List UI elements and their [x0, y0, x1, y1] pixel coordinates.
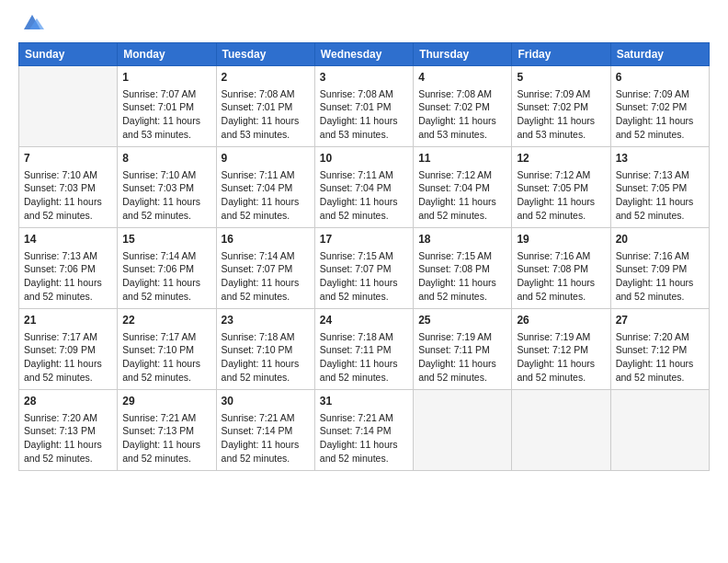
- header-cell-tuesday: Tuesday: [216, 43, 314, 66]
- daylight-text: Daylight: 11 hours and 53 minutes.: [517, 115, 595, 140]
- daylight-text: Daylight: 11 hours and 52 minutes.: [122, 439, 200, 464]
- sunrise-text: Sunrise: 7:08 AM: [320, 88, 393, 99]
- calendar-cell: [19, 66, 118, 147]
- week-row: 28Sunrise: 7:20 AMSunset: 7:13 PMDayligh…: [19, 390, 710, 471]
- header: [18, 17, 710, 33]
- sunset-text: Sunset: 7:02 PM: [418, 101, 490, 112]
- daylight-text: Daylight: 11 hours and 53 minutes.: [418, 115, 496, 140]
- day-number: 19: [517, 232, 605, 247]
- sunrise-text: Sunrise: 7:16 AM: [616, 250, 689, 261]
- week-row: 7Sunrise: 7:10 AMSunset: 7:03 PMDaylight…: [19, 147, 710, 228]
- sunrise-text: Sunrise: 7:11 AM: [320, 169, 393, 180]
- daylight-text: Daylight: 11 hours and 52 minutes.: [517, 277, 595, 302]
- daylight-text: Daylight: 11 hours and 52 minutes.: [320, 196, 398, 221]
- sunrise-text: Sunrise: 7:08 AM: [418, 88, 492, 99]
- day-number: 7: [24, 151, 112, 167]
- calendar-cell: 6Sunrise: 7:09 AMSunset: 7:02 PMDaylight…: [610, 66, 709, 147]
- calendar-cell: 13Sunrise: 7:13 AMSunset: 7:05 PMDayligh…: [610, 147, 709, 228]
- calendar-cell: 5Sunrise: 7:09 AMSunset: 7:02 PMDaylight…: [512, 66, 610, 147]
- day-number: 2: [222, 70, 310, 86]
- day-number: 27: [616, 313, 704, 328]
- sunset-text: Sunset: 7:07 PM: [222, 263, 293, 274]
- daylight-text: Daylight: 11 hours and 52 minutes.: [222, 439, 300, 464]
- sunrise-text: Sunrise: 7:18 AM: [320, 331, 393, 342]
- daylight-text: Daylight: 11 hours and 52 minutes.: [517, 358, 595, 383]
- calendar-page: SundayMondayTuesdayWednesdayThursdayFrid…: [0, 0, 728, 563]
- calendar-cell: 2Sunrise: 7:08 AMSunset: 7:01 PMDaylight…: [216, 66, 314, 147]
- daylight-text: Daylight: 11 hours and 52 minutes.: [24, 358, 102, 383]
- day-number: 28: [24, 394, 112, 409]
- calendar-cell: 10Sunrise: 7:11 AMSunset: 7:04 PMDayligh…: [314, 147, 413, 228]
- sunrise-text: Sunrise: 7:17 AM: [122, 331, 196, 342]
- calendar-body: 1Sunrise: 7:07 AMSunset: 7:01 PMDaylight…: [19, 66, 710, 471]
- sunset-text: Sunset: 7:11 PM: [418, 344, 490, 355]
- sunset-text: Sunset: 7:01 PM: [320, 101, 392, 112]
- daylight-text: Daylight: 11 hours and 52 minutes.: [418, 196, 496, 221]
- sunset-text: Sunset: 7:10 PM: [222, 344, 293, 355]
- day-number: 22: [122, 313, 210, 328]
- daylight-text: Daylight: 11 hours and 52 minutes.: [616, 115, 694, 140]
- logo: [18, 17, 44, 33]
- header-cell-monday: Monday: [118, 43, 216, 66]
- daylight-text: Daylight: 11 hours and 52 minutes.: [222, 358, 300, 383]
- day-number: 26: [517, 313, 605, 328]
- sunrise-text: Sunrise: 7:14 AM: [222, 250, 295, 261]
- sunset-text: Sunset: 7:02 PM: [616, 101, 688, 112]
- week-row: 21Sunrise: 7:17 AMSunset: 7:09 PMDayligh…: [19, 309, 710, 390]
- day-number: 4: [418, 70, 506, 86]
- day-number: 31: [320, 394, 408, 409]
- sunset-text: Sunset: 7:09 PM: [616, 263, 688, 274]
- calendar-header: SundayMondayTuesdayWednesdayThursdayFrid…: [19, 43, 710, 66]
- calendar-cell: 29Sunrise: 7:21 AMSunset: 7:13 PMDayligh…: [118, 390, 216, 471]
- sunrise-text: Sunrise: 7:20 AM: [616, 331, 689, 342]
- day-number: 17: [320, 232, 408, 247]
- day-number: 29: [122, 394, 210, 409]
- sunset-text: Sunset: 7:01 PM: [222, 101, 293, 112]
- sunset-text: Sunset: 7:13 PM: [24, 425, 96, 436]
- sunrise-text: Sunrise: 7:07 AM: [122, 88, 196, 99]
- sunrise-text: Sunrise: 7:08 AM: [222, 88, 295, 99]
- calendar-cell: 31Sunrise: 7:21 AMSunset: 7:14 PMDayligh…: [314, 390, 413, 471]
- day-number: 6: [616, 70, 704, 86]
- calendar-cell: 26Sunrise: 7:19 AMSunset: 7:12 PMDayligh…: [512, 309, 610, 390]
- daylight-text: Daylight: 11 hours and 52 minutes.: [616, 196, 694, 221]
- calendar-cell: 18Sunrise: 7:15 AMSunset: 7:08 PMDayligh…: [414, 228, 512, 309]
- day-number: 18: [418, 232, 506, 247]
- header-cell-thursday: Thursday: [414, 43, 512, 66]
- calendar-cell: 7Sunrise: 7:10 AMSunset: 7:03 PMDaylight…: [19, 147, 118, 228]
- sunset-text: Sunset: 7:10 PM: [122, 344, 194, 355]
- calendar-cell: 21Sunrise: 7:17 AMSunset: 7:09 PMDayligh…: [19, 309, 118, 390]
- sunset-text: Sunset: 7:03 PM: [122, 182, 194, 193]
- daylight-text: Daylight: 11 hours and 52 minutes.: [24, 196, 102, 221]
- sunrise-text: Sunrise: 7:13 AM: [616, 169, 689, 180]
- daylight-text: Daylight: 11 hours and 52 minutes.: [122, 358, 200, 383]
- day-number: 20: [616, 232, 704, 247]
- calendar-cell: 19Sunrise: 7:16 AMSunset: 7:08 PMDayligh…: [512, 228, 610, 309]
- daylight-text: Daylight: 11 hours and 53 minutes.: [320, 115, 398, 140]
- sunrise-text: Sunrise: 7:21 AM: [222, 412, 295, 423]
- daylight-text: Daylight: 11 hours and 52 minutes.: [320, 277, 398, 302]
- sunrise-text: Sunrise: 7:19 AM: [517, 331, 590, 342]
- sunset-text: Sunset: 7:02 PM: [517, 101, 588, 112]
- day-number: 21: [24, 313, 112, 328]
- daylight-text: Daylight: 11 hours and 52 minutes.: [418, 358, 496, 383]
- daylight-text: Daylight: 11 hours and 53 minutes.: [122, 115, 200, 140]
- day-number: 11: [418, 151, 506, 167]
- calendar-cell: 28Sunrise: 7:20 AMSunset: 7:13 PMDayligh…: [19, 390, 118, 471]
- sunrise-text: Sunrise: 7:19 AM: [418, 331, 492, 342]
- sunset-text: Sunset: 7:08 PM: [418, 263, 490, 274]
- calendar-cell: 24Sunrise: 7:18 AMSunset: 7:11 PMDayligh…: [314, 309, 413, 390]
- sunset-text: Sunset: 7:03 PM: [24, 182, 96, 193]
- sunset-text: Sunset: 7:07 PM: [320, 263, 392, 274]
- daylight-text: Daylight: 11 hours and 52 minutes.: [320, 358, 398, 383]
- sunrise-text: Sunrise: 7:09 AM: [616, 88, 689, 99]
- sunrise-text: Sunrise: 7:09 AM: [517, 88, 590, 99]
- sunset-text: Sunset: 7:14 PM: [222, 425, 293, 436]
- sunrise-text: Sunrise: 7:21 AM: [122, 412, 196, 423]
- day-number: 9: [222, 151, 310, 167]
- week-row: 14Sunrise: 7:13 AMSunset: 7:06 PMDayligh…: [19, 228, 710, 309]
- day-number: 30: [222, 394, 310, 409]
- sunrise-text: Sunrise: 7:17 AM: [24, 331, 97, 342]
- sunrise-text: Sunrise: 7:10 AM: [122, 169, 196, 180]
- sunrise-text: Sunrise: 7:11 AM: [222, 169, 295, 180]
